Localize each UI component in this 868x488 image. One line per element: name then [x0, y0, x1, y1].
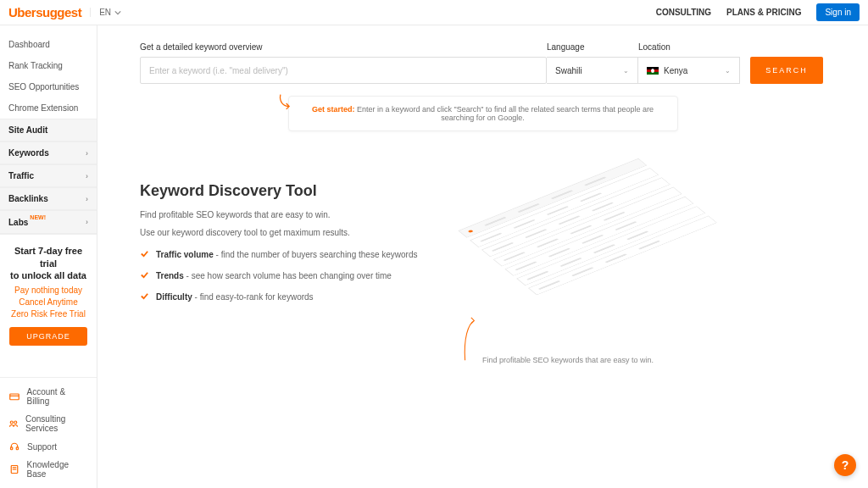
language-value: Swahili [555, 66, 582, 75]
sidebar-head-label: Backlinks [8, 194, 48, 203]
help-button[interactable]: ? [834, 454, 856, 476]
language-select[interactable]: Swahili ⌄ [547, 57, 638, 84]
svg-rect-0 [10, 394, 19, 400]
bullet-difficulty: Difficulty - find easy-to-rank for keywo… [140, 291, 428, 304]
logo[interactable]: Ubersuggest [8, 5, 81, 19]
sidebar-footer-label: Support [27, 442, 57, 452]
trial-box: Start 7-day free trialto unlock all data… [0, 234, 97, 356]
isometric-table-graphic [458, 158, 720, 297]
headphones-icon [8, 441, 20, 452]
sidebar-head-traffic[interactable]: Traffic › [0, 164, 97, 187]
flag-icon [647, 67, 659, 75]
discovery-paragraph: Use our keyword discovery tool to get ma… [140, 228, 428, 237]
search-labels: Get a detailed keyword overview Language… [140, 42, 826, 52]
sidebar-footer: Account & Billing Consulting Services Su… [0, 377, 97, 488]
illustration-caption: Find profitable SEO keywords that are ea… [482, 356, 654, 364]
label-keyword: Get a detailed keyword overview [140, 42, 547, 52]
main-content: Get a detailed keyword overview Language… [97, 25, 868, 488]
search-row: Swahili ⌄ Kenya ⌄ SEARCH [140, 57, 826, 84]
search-button[interactable]: SEARCH [750, 57, 823, 84]
header-right: CONSULTING PLANS & PRICING Sign in [656, 3, 860, 21]
sidebar-head-label: LabsNEW! [8, 217, 46, 227]
trial-title: Start 7-day free trialto unlock all data [5, 245, 92, 281]
language-switcher[interactable]: EN [90, 8, 121, 17]
chevron-right-icon: › [86, 172, 88, 180]
sidebar-item-chrome-extension[interactable]: Chrome Extension [0, 97, 97, 119]
sidebar-head-keywords[interactable]: Keywords › [0, 141, 97, 164]
discovery-section: Keyword Discovery Tool Find profitable S… [140, 182, 826, 313]
get-started-tip: Get started: Enter in a keyword and clic… [288, 96, 678, 131]
chevron-right-icon: › [86, 195, 88, 203]
lang-code: EN [99, 8, 111, 17]
sidebar-footer-label: Account & Billing [27, 387, 88, 406]
keyword-input[interactable] [140, 57, 547, 84]
label-location: Location [638, 42, 740, 52]
sidebar-item-seo-opportunities[interactable]: SEO Opportunities [0, 76, 97, 97]
sidebar: Dashboard Rank Tracking SEO Opportunitie… [0, 25, 97, 488]
new-badge: NEW! [30, 214, 46, 220]
illustration-caption-wrap: Find profitable SEO keywords that are ea… [462, 313, 654, 364]
sidebar-knowledge-base[interactable]: Knowledge Base [0, 456, 97, 483]
sidebar-head-label: Keywords [8, 148, 49, 158]
people-icon [8, 419, 19, 429]
svg-point-2 [10, 421, 13, 424]
sidebar-head-labs[interactable]: LabsNEW! › [0, 210, 97, 234]
sidebar-support[interactable]: Support [0, 437, 97, 456]
chevron-right-icon: › [86, 149, 88, 158]
sidebar-item-dashboard[interactable]: Dashboard [0, 34, 97, 55]
sign-in-button[interactable]: Sign in [816, 3, 860, 21]
top-header: Ubersuggest EN CONSULTING PLANS & PRICIN… [0, 0, 868, 25]
card-icon [8, 391, 20, 402]
discovery-bullets: Traffic volume - find the number of buye… [140, 249, 428, 304]
sidebar-item-rank-tracking[interactable]: Rank Tracking [0, 55, 97, 76]
arrow-icon [277, 93, 292, 115]
plans-pricing-link[interactable]: PLANS & PRICING [726, 8, 801, 17]
sidebar-consulting-services[interactable]: Consulting Services [0, 410, 97, 437]
bullet-trends: Trends - see how search volume has been … [140, 270, 428, 283]
discovery-illustration: Find profitable SEO keywords that are ea… [470, 182, 826, 313]
svg-point-3 [14, 421, 17, 424]
trial-line: Pay nothing today [5, 285, 92, 297]
discovery-title: Keyword Discovery Tool [140, 182, 428, 200]
upgrade-button[interactable]: UPGRADE [9, 327, 87, 346]
sidebar-nav: Dashboard Rank Tracking SEO Opportunitie… [0, 34, 97, 356]
discovery-paragraph: Find profitable SEO keywords that are ea… [140, 210, 428, 219]
check-icon [140, 270, 149, 283]
svg-rect-5 [16, 447, 18, 450]
location-value: Kenya [664, 66, 687, 75]
label-language: Language [547, 42, 638, 52]
svg-rect-4 [11, 447, 13, 450]
consulting-link[interactable]: CONSULTING [656, 8, 711, 17]
location-select[interactable]: Kenya ⌄ [638, 57, 740, 84]
arrow-icon [462, 313, 477, 364]
discovery-text: Keyword Discovery Tool Find profitable S… [140, 182, 428, 313]
sidebar-account-billing[interactable]: Account & Billing [0, 383, 97, 410]
trial-line: Cancel Anytime [5, 297, 92, 308]
trial-line: Zero Risk Free Trial [5, 308, 92, 320]
check-icon [140, 291, 149, 304]
sidebar-head-label: Site Audit [8, 125, 47, 135]
chevron-down-icon: ⌄ [725, 67, 731, 75]
header-left: Ubersuggest EN [8, 5, 121, 19]
sidebar-head-backlinks[interactable]: Backlinks › [0, 187, 97, 210]
sidebar-head-label: Traffic [8, 171, 34, 180]
tip-body: Enter in a keyword and click "Search" to… [354, 105, 654, 122]
chevron-down-icon: ⌄ [623, 67, 629, 75]
chevron-right-icon: › [86, 218, 88, 226]
document-icon [8, 464, 20, 474]
chevron-down-icon [114, 9, 121, 16]
bullet-traffic-volume: Traffic volume - find the number of buye… [140, 249, 428, 262]
check-icon [140, 249, 149, 262]
sidebar-footer-label: Consulting Services [25, 414, 88, 433]
sidebar-head-site-audit[interactable]: Site Audit [0, 119, 97, 141]
tip-lead: Get started: [312, 105, 355, 114]
sidebar-footer-label: Knowledge Base [27, 460, 88, 479]
